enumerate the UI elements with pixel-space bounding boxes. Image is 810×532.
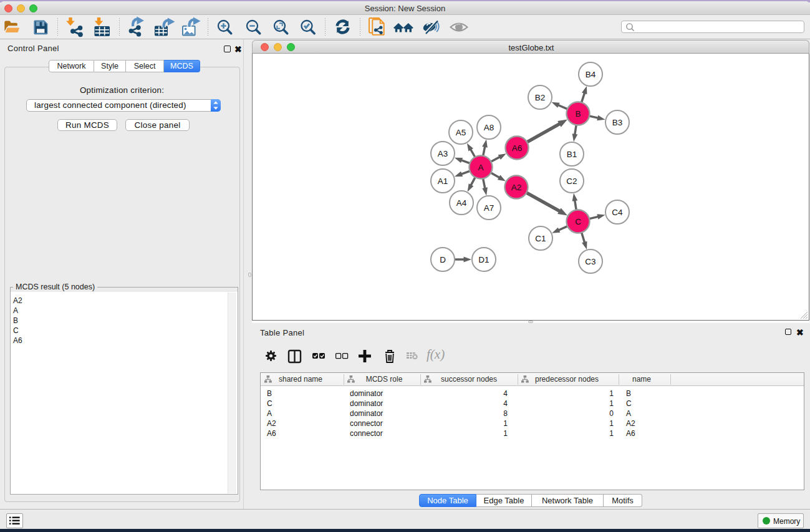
svg-text:C4: C4 (612, 208, 623, 217)
svg-text:A3: A3 (438, 149, 448, 158)
svg-text:D1: D1 (478, 255, 489, 264)
svg-text:C1: C1 (535, 234, 546, 243)
svg-text:A2: A2 (511, 183, 522, 192)
svg-text:A5: A5 (456, 128, 466, 137)
svg-text:B4: B4 (586, 70, 596, 79)
svg-text:A: A (478, 163, 483, 172)
svg-text:D: D (440, 255, 446, 264)
svg-text:A6: A6 (512, 143, 523, 153)
svg-text:C: C (575, 217, 581, 226)
svg-text:A8: A8 (484, 123, 494, 132)
svg-text:C2: C2 (566, 177, 577, 186)
svg-text:B1: B1 (567, 150, 577, 159)
svg-text:B: B (575, 109, 581, 118)
svg-text:C3: C3 (585, 257, 595, 266)
svg-text:A4: A4 (456, 198, 467, 208)
svg-text:B3: B3 (612, 118, 623, 127)
svg-text:B2: B2 (535, 93, 546, 102)
svg-text:A7: A7 (484, 203, 494, 213)
svg-text:A1: A1 (438, 177, 448, 186)
svg-text:f(x): f(x) (427, 347, 445, 362)
